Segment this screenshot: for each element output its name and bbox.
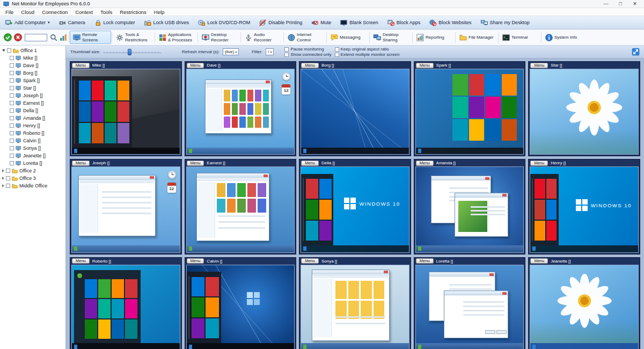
share-my-desktop-button[interactable]: Share my Desktop bbox=[478, 18, 533, 27]
computer-checkbox[interactable] bbox=[10, 116, 14, 120]
block-apps-button[interactable]: Block Apps bbox=[384, 18, 424, 27]
group-checkbox[interactable] bbox=[6, 184, 10, 188]
disconnect-button[interactable] bbox=[14, 33, 22, 41]
remote-screen[interactable] bbox=[415, 265, 524, 349]
system-info-button[interactable]: System Info bbox=[542, 32, 583, 43]
thumbnail-menu-button[interactable]: Menu bbox=[530, 258, 548, 264]
checkbox[interactable] bbox=[335, 47, 339, 52]
computer-checkbox[interactable] bbox=[10, 154, 14, 158]
expand-view-button[interactable] bbox=[632, 48, 640, 56]
thumbnail-menu-button[interactable]: Menu bbox=[416, 63, 434, 68]
computer-checkbox[interactable] bbox=[10, 93, 14, 98]
remote-screen[interactable]: 12 bbox=[71, 166, 180, 252]
add-computer-button[interactable]: Add Computer▾ bbox=[2, 18, 53, 27]
remote-screen[interactable] bbox=[415, 69, 524, 155]
remote-screen[interactable]: 12 bbox=[186, 69, 295, 155]
thumbnail-menu-button[interactable]: Menu bbox=[187, 258, 204, 264]
option-pause-monitoring[interactable]: Pause monitoring bbox=[284, 47, 331, 52]
remote-screen[interactable]: WINDOWS 10 bbox=[530, 166, 639, 252]
thumbnail-menu-button[interactable]: Menu bbox=[301, 161, 319, 166]
computer-checkbox[interactable] bbox=[10, 63, 14, 68]
menu-cloud[interactable]: Cloud bbox=[17, 9, 38, 15]
thumbnail-menu-button[interactable]: Menu bbox=[187, 63, 204, 68]
filter-select[interactable]: / ▾ bbox=[266, 48, 274, 55]
messaging-button[interactable]: Messaging bbox=[327, 32, 369, 43]
audio-recorder-button[interactable]: Audio Recorder bbox=[241, 31, 283, 43]
remote-screen[interactable]: WINDOWS 10 bbox=[301, 166, 409, 252]
tree-computer-calvin[interactable]: Calvin [] bbox=[0, 137, 65, 144]
tree-group-office-2[interactable]: Office 2 bbox=[0, 167, 65, 174]
tree-computer-mike[interactable]: Mike [] bbox=[0, 54, 65, 62]
tree-computer-roberto[interactable]: Roberto [] bbox=[0, 129, 65, 137]
file-manager-button[interactable]: File Manager bbox=[456, 32, 497, 43]
thumbnail-menu-button[interactable]: Menu bbox=[301, 63, 319, 68]
option-extend-multiple-monitor-screen[interactable]: Extend multiple monitor screen bbox=[335, 52, 400, 57]
expand-arrow-icon[interactable] bbox=[2, 177, 4, 180]
thumbnail-menu-button[interactable]: Menu bbox=[416, 161, 434, 166]
reporting-button[interactable]: Reporting bbox=[413, 32, 455, 43]
tree-group-office-1[interactable]: Office 1 bbox=[0, 47, 65, 54]
remote-screen[interactable] bbox=[530, 69, 639, 155]
tree-computer-borg[interactable]: Borg [] bbox=[0, 69, 65, 77]
remote-screen[interactable] bbox=[186, 166, 295, 252]
tree-computer-joseph[interactable]: Joseph [] bbox=[0, 92, 65, 99]
tree-computer-loretta[interactable]: Loretta [] bbox=[0, 159, 65, 167]
tree-group-middle-office[interactable]: Middle Office bbox=[0, 182, 65, 190]
minimize-button[interactable]: — bbox=[600, 1, 612, 6]
computer-checkbox[interactable] bbox=[10, 71, 14, 75]
remote-screen[interactable] bbox=[301, 265, 409, 349]
slider-thumb[interactable] bbox=[128, 49, 131, 55]
tree-computer-henry[interactable]: Henry [] bbox=[0, 122, 65, 129]
checkbox[interactable] bbox=[335, 53, 339, 57]
menu-file[interactable]: File bbox=[2, 9, 17, 15]
tree-group-office-3[interactable]: Office 3 bbox=[0, 174, 65, 182]
thumbnail-menu-button[interactable]: Menu bbox=[301, 258, 319, 264]
tree-computer-star[interactable]: Star [] bbox=[0, 84, 65, 92]
tree-computer-jeanette[interactable]: Jeanette [] bbox=[0, 152, 65, 159]
computer-checkbox[interactable] bbox=[10, 56, 14, 60]
computer-checkbox[interactable] bbox=[10, 161, 14, 165]
lock-usb-drives-button[interactable]: Lock USB drives bbox=[141, 18, 193, 27]
computer-checkbox[interactable] bbox=[10, 108, 14, 113]
group-checkbox[interactable] bbox=[6, 169, 10, 173]
tree-computer-spark[interactable]: Spark [] bbox=[0, 77, 65, 84]
option-show-connected-only[interactable]: Show connected only bbox=[284, 52, 331, 57]
thumbnail-menu-button[interactable]: Menu bbox=[72, 258, 90, 264]
blank-screen-button[interactable]: Blank Screen bbox=[337, 18, 382, 27]
remote-screen[interactable] bbox=[71, 69, 180, 155]
computer-checkbox[interactable] bbox=[10, 78, 14, 83]
refresh-interval-select[interactable]: (live) ▾ bbox=[223, 48, 239, 55]
checkbox[interactable] bbox=[284, 47, 289, 52]
computer-checkbox[interactable] bbox=[10, 146, 14, 150]
menu-restrictions[interactable]: Restrictions bbox=[116, 9, 150, 15]
tree-computer-sonya[interactable]: Sonya [] bbox=[0, 144, 65, 152]
menu-context[interactable]: Context bbox=[71, 9, 97, 15]
close-button[interactable]: ✕ bbox=[629, 1, 641, 6]
thumbnail-menu-button[interactable]: Menu bbox=[416, 258, 434, 264]
remote-screen[interactable] bbox=[71, 265, 180, 349]
computer-checkbox[interactable] bbox=[10, 101, 14, 105]
tree-computer-amanda[interactable]: Amanda [] bbox=[0, 114, 65, 122]
checkbox[interactable] bbox=[284, 53, 289, 57]
thumbnail-size-slider[interactable] bbox=[104, 52, 162, 53]
thumbnail-menu-button[interactable]: Menu bbox=[530, 63, 548, 68]
remote-screen[interactable] bbox=[301, 69, 409, 155]
group-checkbox[interactable] bbox=[7, 48, 11, 53]
block-websites-button[interactable]: Block Websites bbox=[426, 18, 474, 27]
search-icon[interactable] bbox=[50, 34, 57, 41]
remote-screen[interactable] bbox=[415, 166, 524, 252]
desktop-recorder-button[interactable]: Desktop Recorder bbox=[199, 31, 240, 43]
option-keep-original-aspect-ratio[interactable]: Keep original aspect ratio bbox=[335, 47, 400, 52]
computer-checkbox[interactable] bbox=[10, 131, 14, 135]
computer-checkbox[interactable] bbox=[10, 86, 14, 90]
terminal-button[interactable]: Terminal bbox=[499, 32, 540, 43]
tree-computer-della[interactable]: Della [] bbox=[0, 107, 65, 114]
menu-help[interactable]: Help bbox=[150, 9, 169, 15]
menu-connection[interactable]: Connection bbox=[38, 9, 71, 15]
connect-button[interactable] bbox=[4, 33, 12, 41]
mute-button[interactable]: Mute bbox=[308, 18, 334, 27]
thumbnail-menu-button[interactable]: Menu bbox=[72, 161, 90, 166]
expand-arrow-icon[interactable] bbox=[2, 184, 4, 187]
thumbnail-menu-button[interactable]: Menu bbox=[187, 161, 204, 166]
maximize-button[interactable]: □ bbox=[614, 1, 626, 6]
